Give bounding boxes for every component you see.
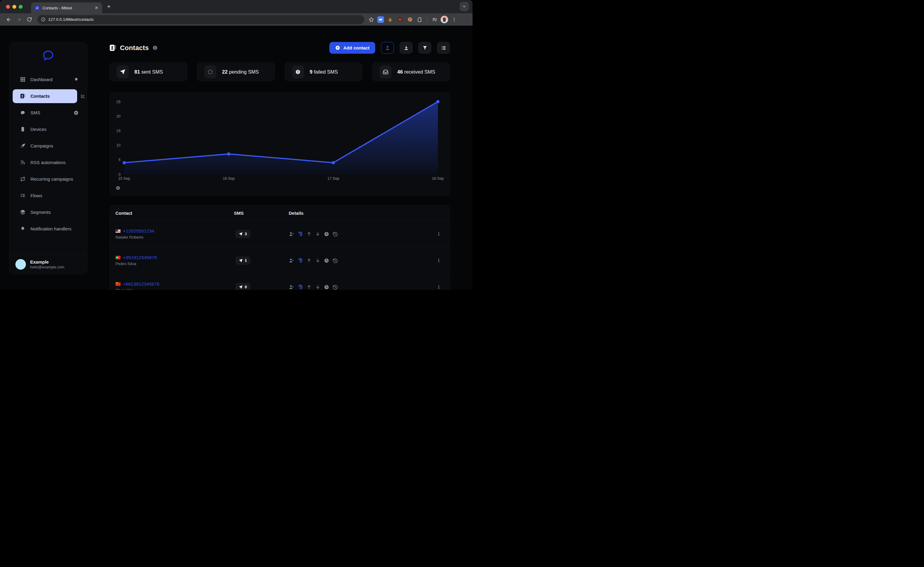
send-icon [239,232,243,236]
bookmark-star-icon[interactable] [368,16,375,24]
sms-cell: 1 [234,256,289,265]
user-account[interactable]: Example hello@example.com [9,254,87,274]
fingerprint-icon[interactable] [297,257,303,263]
phone-icon [20,127,26,132]
column-header-contact: Contact [116,211,234,216]
traffic-lights [6,5,22,9]
amazon-extension-icon[interactable]: a [386,16,394,24]
list-view-button[interactable] [437,42,450,54]
history-icon[interactable] [332,257,338,263]
media-controls-icon[interactable] [430,16,438,24]
import-contacts-button[interactable] [381,42,394,54]
sidebar-item-dashboard[interactable]: Dashboard [9,71,87,88]
arrow-up-icon[interactable] [306,284,312,290]
svg-text:25: 25 [116,100,120,104]
toolbar-divider [427,17,428,22]
details-cell [289,257,444,263]
close-window-button[interactable] [6,5,10,9]
add-contact-button[interactable]: Add contact [329,42,375,54]
browser-tab[interactable]: Contacts - 66text ✕ [31,2,102,13]
chevron-down-icon [462,5,466,9]
tab-title: Contacts - 66text [42,6,91,10]
keyboard-extension-icon[interactable] [377,16,384,23]
contact-phone-link[interactable]: +8613812345678 [123,281,159,287]
page-title: Contacts [110,44,158,52]
url-bar[interactable]: 127.0.0.1/66text/contacts [38,15,364,24]
chart-info-icon[interactable] [116,186,120,190]
bar-chart-icon[interactable] [81,93,86,99]
extensions-puzzle-icon[interactable] [416,16,424,24]
export-contacts-button[interactable] [400,42,412,54]
arrow-down-icon[interactable] [315,231,321,237]
arrow-up-icon[interactable] [306,231,312,237]
tab-favicon-icon [34,5,40,11]
contact-cell: +351912345678 Pedro Silva [116,255,234,266]
history-icon[interactable] [332,231,338,237]
row-menu-icon[interactable] [436,231,441,237]
bell-icon[interactable] [74,77,79,82]
tab-close-icon[interactable]: ✕ [94,5,99,11]
browser-toolbar: 127.0.0.1/66text/contacts a [0,13,472,26]
details-cell [289,284,444,290]
arrow-down-icon[interactable] [315,284,321,290]
clock-icon[interactable] [324,284,329,290]
stats-row: 81 sent SMS 22 pending SMS 9 failed SMS [110,62,450,81]
plus-circle-icon [335,45,340,50]
header-actions: Add contact [329,42,450,54]
arrow-up-icon[interactable] [306,257,312,263]
assign-contact-icon[interactable] [289,257,294,263]
sidebar-item-devices[interactable]: Devices [9,121,87,137]
row-menu-icon[interactable] [436,258,441,263]
rocket-icon [20,143,26,148]
sidebar-item-flows[interactable]: Flows [9,187,87,204]
adblock-extension-icon[interactable] [396,16,404,24]
column-header-details: Details [289,211,303,216]
url-text[interactable]: 127.0.0.1/66text/contacts [48,17,94,22]
info-icon[interactable] [153,45,158,50]
sidebar-item-contacts[interactable]: Contacts [13,89,77,103]
svg-text:18 Sep: 18 Sep [432,176,444,180]
browser-profile-avatar[interactable] [441,16,448,23]
tab-search-button[interactable] [460,2,469,11]
cookie-extension-icon[interactable] [406,16,414,24]
clock-icon[interactable] [324,231,329,237]
speech-bubble-icon [20,110,26,115]
row-menu-icon[interactable] [436,284,441,290]
sms-count: 0 [245,285,247,289]
back-button[interactable] [4,15,13,24]
inbox-icon [380,65,392,78]
sms-chart: 051015202515 Sep16 Sep17 Sep18 Sep [110,92,450,196]
table-row: +12025551234 Natalie Roberts 3 [110,221,450,247]
plus-circle-icon[interactable] [74,110,79,115]
sidebar-item-campaigns[interactable]: Campaigns [9,137,87,154]
stat-label: received SMS [404,69,435,75]
sidebar: Dashboard Contacts [9,42,87,274]
contact-phone-link[interactable]: +351912345678 [123,255,157,260]
contact-phone-link[interactable]: +12025551234 [123,228,154,234]
sidebar-item-label: Segments [30,210,51,215]
sidebar-item-notification-handlers[interactable]: Notification handlers [9,221,87,237]
arrow-down-icon[interactable] [315,257,321,263]
contacts-table: Contact SMS Details +12025551234 Natalie… [110,205,450,290]
assign-contact-icon[interactable] [289,284,294,290]
site-info-icon[interactable] [41,17,45,22]
assign-contact-icon[interactable] [289,231,294,237]
alert-circle-icon [292,65,304,78]
filter-button[interactable] [418,42,431,54]
clock-icon[interactable] [324,257,329,263]
forward-button[interactable] [15,15,24,24]
sidebar-item-rss-automations[interactable]: RSS automations [9,154,87,171]
sidebar-item-segments[interactable]: Segments [9,204,87,221]
browser-menu-icon[interactable] [450,16,458,24]
history-icon[interactable] [332,284,338,290]
sidebar-item-label: Campaigns [30,143,53,148]
zoom-window-button[interactable] [19,5,22,9]
sidebar-item-recurring-campaigns[interactable]: Recurring campaigns [9,171,87,187]
fingerprint-icon[interactable] [297,231,303,237]
new-tab-button[interactable]: + [105,2,113,11]
minimize-window-button[interactable] [12,5,16,9]
fingerprint-icon[interactable] [297,284,303,290]
reload-button[interactable] [25,15,34,24]
sidebar-item-sms[interactable]: SMS [9,104,87,121]
app-logo[interactable] [9,42,87,62]
